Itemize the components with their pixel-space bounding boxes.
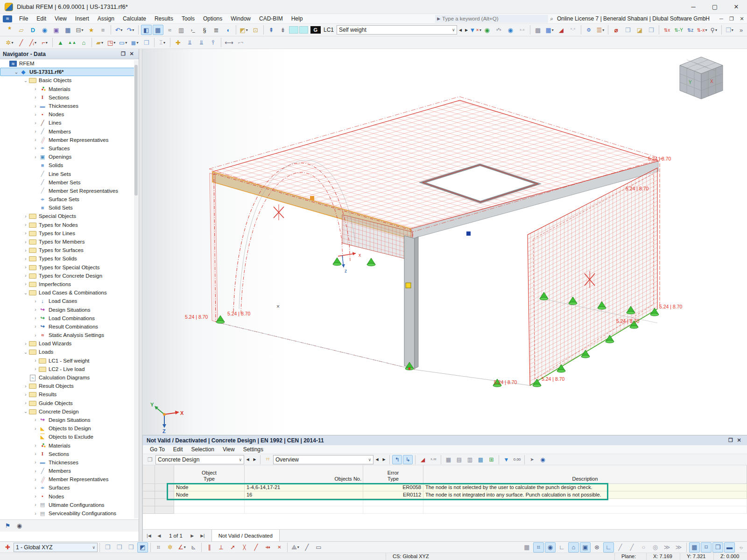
menu-calculate[interactable]: Calculate: [119, 14, 150, 23]
tree-item-rfem[interactable]: RFEM: [0, 59, 134, 68]
table-view-1-button[interactable]: [444, 455, 453, 464]
dimension-button[interactable]: [224, 37, 234, 48]
filter-table-button[interactable]: [501, 455, 511, 464]
minimize-button[interactable]: ─: [683, 0, 704, 14]
select-lock-button[interactable]: [603, 542, 614, 553]
navigator-data-tab-icon[interactable]: [2, 521, 13, 531]
overview-combo[interactable]: Overview∨: [273, 455, 374, 464]
tree-item-load-cases-combinations[interactable]: ⌄Load Cases & Combinations: [0, 288, 134, 297]
section-view-button[interactable]: [646, 25, 656, 35]
tree-item-ultimate-configurations[interactable]: ›Ultimate Configurations: [0, 501, 134, 509]
select-line-button[interactable]: [302, 542, 312, 553]
coordinate-system-combo[interactable]: 1 - Global XYZ∨: [14, 543, 98, 552]
tree-item-special-objects[interactable]: ›Special Objects: [0, 212, 134, 220]
plane-edit-button[interactable]: [250, 25, 261, 35]
tree-expander-icon[interactable]: ›: [32, 451, 39, 456]
dxf-layer-button[interactable]: [521, 542, 532, 553]
search-icon[interactable]: ⌕: [550, 15, 553, 22]
navigation-cube[interactable]: Y X: [680, 57, 723, 99]
tree-item-member-representatives[interactable]: ›Member Representatives: [0, 136, 134, 144]
tree-item-lines[interactable]: ›Lines: [0, 119, 134, 127]
decimal-places-button[interactable]: [512, 455, 522, 464]
tree-expander-icon[interactable]: ›: [32, 86, 39, 91]
filter-loads-button[interactable]: ✕▾: [470, 25, 481, 35]
snap-parallel-button[interactable]: [204, 542, 215, 553]
col-error-type[interactable]: Error Type: [363, 465, 423, 484]
next-load-case-button[interactable]: ▶: [464, 25, 470, 35]
menu-options[interactable]: Options: [199, 14, 226, 23]
tree-item-serviceability-configurations[interactable]: ›Serviceability Configurations: [0, 509, 134, 518]
tree-expander-icon[interactable]: ›: [32, 299, 39, 304]
tree-item-lc1-self-weight[interactable]: ›LC1 - Self weight: [0, 357, 134, 365]
tree-expander-icon[interactable]: ›: [32, 477, 39, 482]
show-results-button[interactable]: [505, 25, 516, 35]
tree-expander-icon[interactable]: ›: [32, 443, 39, 448]
tree-expander-icon[interactable]: ›: [22, 273, 29, 278]
guideline-edit-button[interactable]: [188, 542, 199, 553]
new-surface-button[interactable]: ▾: [94, 37, 105, 48]
tree-expander-icon[interactable]: ›: [22, 392, 29, 397]
menu-view[interactable]: View: [50, 14, 71, 23]
edit-view-button[interactable]: [634, 25, 645, 35]
tree-expander-icon[interactable]: ›: [32, 511, 39, 516]
tree-item-member-sets[interactable]: Member Sets: [0, 178, 134, 187]
render-grid-button[interactable]: [689, 542, 700, 553]
table-view-2-button[interactable]: [454, 455, 464, 464]
member-load-button[interactable]: [184, 37, 195, 48]
tree-item-members[interactable]: ›Members: [0, 127, 134, 136]
tree-expander-icon[interactable]: ›: [32, 104, 39, 109]
panel-menu-view[interactable]: View: [218, 445, 239, 454]
tree-expander-icon[interactable]: ›: [32, 426, 39, 431]
view-minus-y-button[interactable]: [673, 25, 684, 35]
ellipse-tool[interactable]: [650, 542, 661, 553]
col-object-type[interactable]: Object Type: [174, 465, 245, 484]
gray-values-button[interactable]: [568, 25, 578, 35]
generate-members-button[interactable]: [67, 37, 78, 48]
tree-item-thicknesses[interactable]: ›Thicknesses: [0, 458, 134, 467]
snap-toggle-button[interactable]: [545, 542, 556, 553]
osnap-toggle-button[interactable]: [568, 542, 579, 553]
free-load-button[interactable]: [208, 37, 218, 48]
tree-item-objects-to-design[interactable]: ›Objects to Design: [0, 424, 134, 433]
tree-item-types-for-special-objects[interactable]: ›Types for Special Objects: [0, 263, 134, 272]
view-z-button[interactable]: [685, 25, 696, 35]
tree-expander-icon[interactable]: ›: [22, 231, 29, 236]
tree-item-types-for-nodes[interactable]: ›Types for Nodes: [0, 221, 134, 229]
tree-item-design-situations[interactable]: ›Design Situations: [0, 305, 134, 314]
relation-back-button[interactable]: [392, 455, 402, 464]
ramp-results-button[interactable]: [556, 25, 567, 35]
new-solid-button[interactable]: ▾: [129, 37, 140, 48]
grid-settings-button[interactable]: [153, 542, 164, 553]
new-node-button[interactable]: ▾: [4, 37, 15, 48]
new-surface-points-button[interactable]: ▾: [106, 37, 117, 48]
tree-item-load-wizards[interactable]: ›Load Wizards: [0, 339, 134, 348]
close-panel-icon[interactable]: ✕: [127, 51, 136, 57]
nodal-load-button[interactable]: [173, 37, 183, 48]
panel-menu-settings[interactable]: Settings: [239, 445, 268, 454]
tree-expander-icon[interactable]: ›: [32, 485, 39, 490]
tree-expander-icon[interactable]: ⌄: [22, 78, 29, 83]
float-panel-icon[interactable]: ❐: [119, 51, 127, 57]
diagram-panel-button[interactable]: [164, 25, 175, 35]
show-loads-button[interactable]: [482, 25, 493, 35]
load-values-button[interactable]: [493, 25, 504, 35]
snap-perpendicular-button[interactable]: [216, 542, 226, 553]
navigator-views-camera-icon[interactable]: [14, 521, 25, 531]
model-network-button[interactable]: [39, 25, 50, 35]
tree-item-load-combinations[interactable]: ›Load Combinations: [0, 314, 134, 322]
tree-item-types-for-solids[interactable]: ›Types for Solids: [0, 254, 134, 263]
tree-expander-icon[interactable]: ›: [32, 366, 39, 371]
navigator-toggle-button[interactable]: [141, 25, 152, 35]
annotation-button[interactable]: [235, 37, 246, 48]
last-page-icon[interactable]: ▶|: [197, 531, 208, 540]
next-overview-button[interactable]: ▶: [381, 455, 388, 464]
render-mode-button[interactable]: [724, 542, 735, 553]
tree-expander-icon[interactable]: ›: [22, 281, 29, 287]
tree-item-member-set-representatives[interactable]: Member Set Representatives: [0, 187, 134, 195]
line-tool-2[interactable]: [627, 542, 637, 553]
grid-toggle-button[interactable]: [533, 542, 544, 553]
pick-object-button[interactable]: [527, 455, 537, 464]
tree-expander-icon[interactable]: ›: [32, 469, 39, 474]
line-tool-1[interactable]: [615, 542, 626, 553]
guideline-button[interactable]: ▾: [176, 542, 187, 553]
